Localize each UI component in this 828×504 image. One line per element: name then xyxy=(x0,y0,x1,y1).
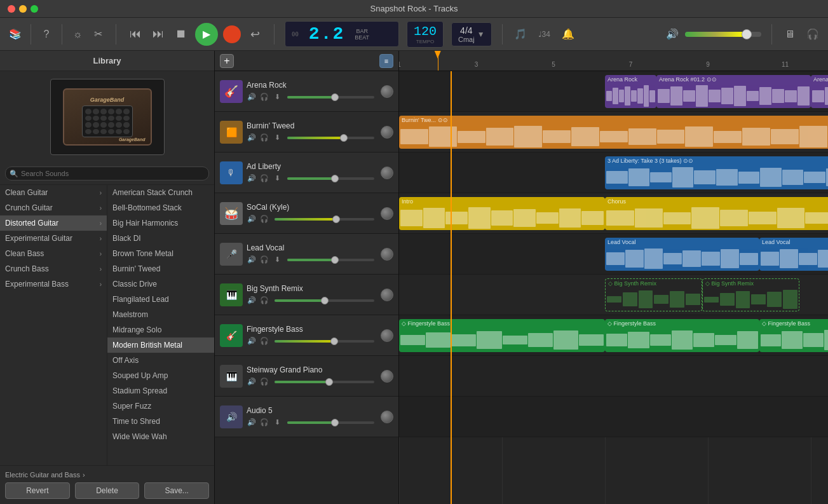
preset-wide-wide-wah[interactable]: Wide Wide Wah xyxy=(107,429,214,444)
tempo-display[interactable]: 120 TEMPO xyxy=(407,21,444,48)
preset-burnin-tweed[interactable]: Burnin' Tweed xyxy=(107,261,214,276)
maximize-button[interactable] xyxy=(31,5,38,13)
clip-big-synth-1[interactable]: ◇ Big Synth Remix xyxy=(605,278,702,311)
clip-big-synth-2[interactable]: ◇ Big Synth Remix xyxy=(702,278,799,311)
track-fader-fingerstyle[interactable] xyxy=(275,340,374,343)
smart-controls-button[interactable]: ≡ xyxy=(379,54,393,68)
preset-souped-up[interactable]: Souped Up Amp xyxy=(107,368,214,383)
clip-arena-rock-2[interactable]: Arena Rock #01.2 ⊙⊙ xyxy=(656,75,811,108)
fast-forward-button[interactable]: ⏭ xyxy=(149,25,167,43)
preset-time-to-shred[interactable]: Time to Shred xyxy=(107,414,214,429)
track-pan-knob-audio5[interactable] xyxy=(381,411,393,423)
record-button-burnin-tweed[interactable]: ⬇ xyxy=(272,133,282,143)
preset-classic-drive[interactable]: Classic Drive xyxy=(107,276,214,292)
track-row-big-synth[interactable]: 🎹 Big Synth Remix 🔊 🎧 xyxy=(215,275,398,315)
headphone-button-fingerstyle[interactable]: 🎧 xyxy=(259,336,269,346)
library-item-crunch-bass[interactable]: Crunch Bass › xyxy=(0,261,107,276)
track-row-arena-rock[interactable]: 🎸 Arena Rock 🔊 🎧 ⬇ xyxy=(215,71,398,112)
minimize-button[interactable] xyxy=(19,5,27,13)
library-item-experimental-guitar[interactable]: Experimental Guitar › xyxy=(0,231,107,246)
preset-flangilated[interactable]: Flangilated Lead xyxy=(107,292,214,307)
fader-thumb[interactable] xyxy=(331,419,339,426)
window-controls[interactable] xyxy=(8,5,38,13)
preset-midrange-solo[interactable]: Midrange Solo xyxy=(107,322,214,337)
delete-button[interactable]: Delete xyxy=(75,482,140,499)
preset-big-hair[interactable]: Big Hair Harmonics xyxy=(107,215,214,231)
record-button-arena-rock[interactable]: ⬇ xyxy=(272,92,282,102)
library-item-crunch-guitar[interactable]: Crunch Guitar › xyxy=(0,200,107,215)
clip-arena-rock-1[interactable]: Arena Rock xyxy=(605,75,656,108)
headphone-button-big-synth[interactable]: 🎧 xyxy=(259,296,269,306)
lcd-icon[interactable]: ☼ xyxy=(70,27,85,42)
track-fader-socal[interactable] xyxy=(275,218,374,221)
preset-stadium-spread[interactable]: Stadium Spread xyxy=(107,383,214,398)
track-pan-knob-arena-rock[interactable] xyxy=(381,85,393,98)
revert-button[interactable]: Revert xyxy=(5,482,70,499)
library-icon[interactable]: 📚 xyxy=(8,27,23,42)
clip-fingerstyle-3[interactable]: ◇ Fingerstyle Bass xyxy=(759,319,828,352)
cycle-button[interactable]: ↩ xyxy=(246,25,264,43)
fader-thumb[interactable] xyxy=(331,93,339,101)
fader-thumb[interactable] xyxy=(330,337,338,345)
mute-button-socal[interactable]: 🔊 xyxy=(247,214,257,224)
track-fader-steinway[interactable] xyxy=(275,381,374,383)
track-row-fingerstyle-bass[interactable]: 🎸 Fingerstyle Bass 🔊 🎧 xyxy=(215,315,398,356)
preset-maelstrom[interactable]: Maelstrom xyxy=(107,307,214,322)
fader-thumb[interactable] xyxy=(331,175,339,182)
track-fader-ad-liberty[interactable] xyxy=(287,177,374,180)
track-pan-knob-burnin-tweed[interactable] xyxy=(381,126,393,139)
search-input[interactable] xyxy=(5,167,209,180)
preset-brown-tone[interactable]: Brown Tone Metal xyxy=(107,246,214,261)
track-pan-knob-ad-liberty[interactable] xyxy=(381,167,393,179)
add-track-button[interactable]: + xyxy=(220,54,234,68)
fader-thumb[interactable] xyxy=(331,256,339,264)
headphone-button-socal[interactable]: 🎧 xyxy=(259,214,269,224)
library-item-clean-bass[interactable]: Clean Bass › xyxy=(0,246,107,261)
track-row-steinway[interactable]: 🎹 Steinway Grand Piano 🔊 🎧 xyxy=(215,356,398,397)
scissors-icon[interactable]: ✂ xyxy=(90,27,105,42)
mute-button-audio5[interactable]: 🔊 xyxy=(247,418,257,428)
headphone-button-lead-vocal[interactable]: 🎧 xyxy=(259,255,269,265)
headphone-icon[interactable]: 🎧 xyxy=(805,27,820,42)
fader-thumb[interactable] xyxy=(325,378,333,386)
mute-button-burnin-tweed[interactable]: 🔊 xyxy=(247,133,257,143)
monitor-icon[interactable]: 🖥 xyxy=(782,27,797,42)
help-icon[interactable]: ? xyxy=(39,27,54,42)
clip-arena-rock-3[interactable]: Arena Rock #01.3 ⊙⊙ xyxy=(811,75,828,108)
save-button[interactable]: Save... xyxy=(144,482,209,499)
library-item-clean-guitar[interactable]: Clean Guitar › xyxy=(0,185,107,200)
headphone-button-burnin-tweed[interactable]: 🎧 xyxy=(259,133,269,143)
preset-off-axis[interactable]: Off Axis xyxy=(107,353,214,368)
track-pan-knob-lead-vocal[interactable] xyxy=(381,248,393,261)
track-fader-burnin-tweed[interactable] xyxy=(287,137,374,139)
sig-dropdown-icon[interactable]: ▼ xyxy=(477,30,485,39)
footer-category-label[interactable]: Electric Guitar and Bass › xyxy=(5,471,209,479)
tracks-scroll[interactable]: 🎸 Arena Rock 🔊 🎧 ⬇ xyxy=(215,71,828,504)
clip-lead-vocal-2[interactable]: Lead Vocal xyxy=(759,238,828,271)
preset-super-fuzz[interactable]: Super Fuzz xyxy=(107,398,214,414)
clip-ad-liberty-1[interactable]: 3 Ad Liberty: Take 3 (3 takes) ⊙⊙ xyxy=(605,156,828,189)
volume-slider[interactable] xyxy=(685,32,761,37)
close-button[interactable] xyxy=(8,5,15,13)
headphone-button-ad-liberty[interactable]: 🎧 xyxy=(259,174,269,184)
headphone-button-steinway[interactable]: 🎧 xyxy=(259,377,269,387)
preset-bell-bottomed[interactable]: Bell-Bottomed Stack xyxy=(107,200,214,215)
track-fader-lead-vocal[interactable] xyxy=(287,259,374,261)
tracks-canvas[interactable]: Arena Rock Arena Rock #01.2 ⊙⊙ xyxy=(399,71,828,504)
track-row-lead-vocal[interactable]: 🎤 Lead Vocal 🔊 🎧 ⬇ xyxy=(215,234,398,275)
clip-burnin-tweed-1[interactable]: Burnin' Twe... ⊙⊙ xyxy=(399,116,828,149)
track-row-socal-kyle[interactable]: 🥁 SoCal (Kyle) 🔊 🎧 xyxy=(215,193,398,234)
clip-socal-intro[interactable]: Intro xyxy=(399,197,605,230)
headphone-button-audio5[interactable]: 🎧 xyxy=(259,418,269,428)
volume-knob[interactable] xyxy=(742,29,752,39)
mute-button-lead-vocal[interactable]: 🔊 xyxy=(247,255,257,265)
track-row-audio5[interactable]: 🔊 Audio 5 🔊 🎧 ⬇ xyxy=(215,397,398,437)
play-button[interactable]: ▶ xyxy=(195,23,218,46)
track-pan-knob-socal[interactable] xyxy=(381,207,393,220)
time-signature-display[interactable]: 4/4 Cmaj ▼ xyxy=(451,22,492,46)
preset-modern-british[interactable]: Modern British Metal xyxy=(107,337,214,353)
track-pan-knob-fingerstyle[interactable] xyxy=(381,329,393,342)
rewind-button[interactable]: ⏮ xyxy=(126,25,144,43)
track-pan-knob-big-synth[interactable] xyxy=(381,289,393,301)
mute-button-steinway[interactable]: 🔊 xyxy=(247,377,257,387)
